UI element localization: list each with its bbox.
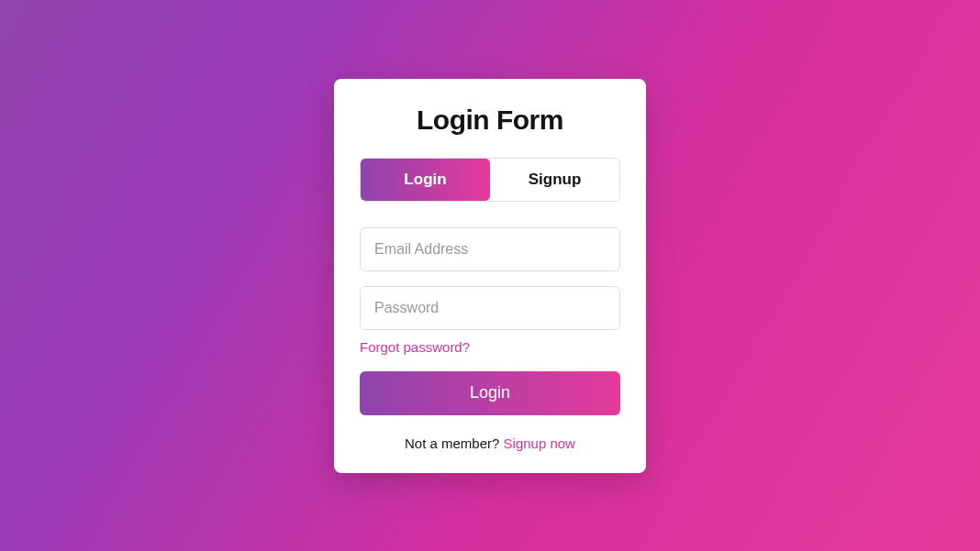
login-card: Login Form Login Signup Forgot password?… (334, 79, 646, 473)
forgot-password-link[interactable]: Forgot password? (360, 339, 620, 355)
password-field[interactable] (360, 286, 620, 330)
form-title: Login Form (360, 105, 620, 136)
signup-link[interactable]: Signup now (504, 435, 575, 451)
tab-signup[interactable]: Signup (490, 159, 619, 201)
footer-text: Not a member? Signup now (360, 435, 620, 451)
login-button[interactable]: Login (360, 371, 620, 415)
tab-login[interactable]: Login (361, 159, 490, 201)
email-field[interactable] (360, 227, 620, 271)
footer-prefix: Not a member? (405, 435, 504, 451)
tab-switch: Login Signup (360, 158, 620, 202)
